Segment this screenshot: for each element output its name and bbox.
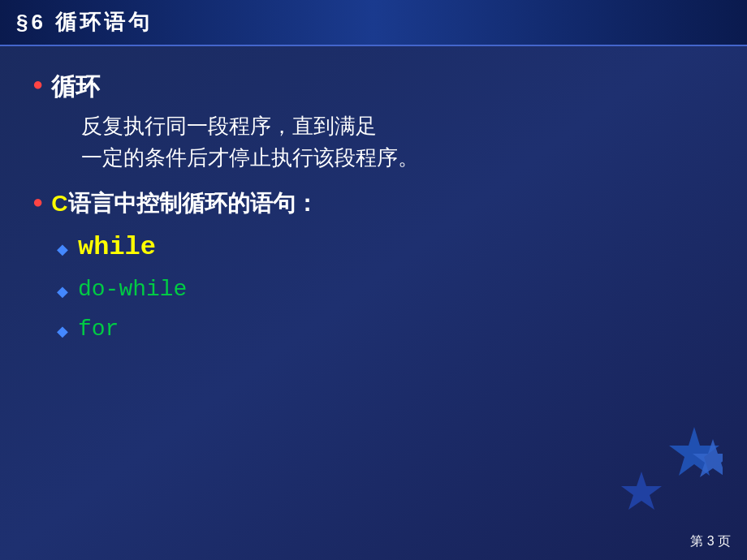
svg-marker-2 [621,472,662,510]
c-language-label: C语言中控制循环的语句： [51,188,317,219]
bullet-item-1: ● 循环 [32,71,715,104]
bullet-dot-1: ● [32,74,43,95]
slide-title: §6 循环语句 [16,8,153,37]
page-number: 第 3 页 [690,533,731,550]
while-label: while [78,232,156,262]
slide: §6 循环语句 ● 循环 反复执行同一段程序，直到满足一定的条件后才停止执行该段… [0,0,747,560]
bullet-item-2: ● C语言中控制循环的语句： [32,188,715,219]
diamond-icon-for: ◆ [57,322,68,340]
content-area: ● 循环 反复执行同一段程序，直到满足一定的条件后才停止执行该段程序。 ● C语… [0,46,747,560]
bullet-dot-2: ● [32,192,43,213]
bullet-label-1: 循环 [51,71,100,104]
sub-items: ◆ while ◆ do-while ◆ for [57,232,715,342]
dowhile-label: do-while [78,277,187,302]
title-bar: §6 循环语句 [0,0,747,46]
sub-item-while: ◆ while [57,232,715,262]
diamond-icon-dowhile: ◆ [57,282,68,300]
c-letter: C [51,191,67,216]
description-text: 反复执行同一段程序，直到满足一定的条件后才停止执行该段程序。 [81,110,715,174]
sub-item-for: ◆ for [57,317,715,342]
diamond-icon-while: ◆ [57,240,68,258]
for-label: for [78,317,119,342]
sub-item-dowhile: ◆ do-while [57,277,715,302]
star-decorations [576,423,723,515]
